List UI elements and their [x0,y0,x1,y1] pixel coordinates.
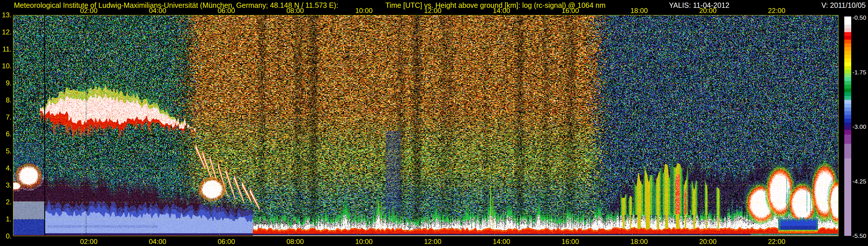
colorbar [844,17,851,236]
y-tick-label: 8. [0,96,11,104]
colorbar-block [844,77,851,81]
colorbar-block [844,58,851,62]
colorbar-block [844,126,851,130]
colorbar-block [844,119,851,122]
colorbar-block [844,144,851,158]
x-tick-label-bottom: 02:00 [80,238,97,245]
y-tick-label: 11. [0,45,11,53]
lidar-heatmap-canvas [13,15,838,236]
x-tick-label-bottom: 20:00 [699,238,717,245]
colorbar-block [844,17,851,25]
x-tick-label-bottom: 06:00 [218,238,235,245]
x-tick-label-top: 14:00 [493,7,510,14]
x-tick-label-top: 08:00 [286,7,304,14]
x-tick-label-bottom: 12:00 [424,238,441,245]
colorbar-block [844,158,851,236]
colorbar-block [844,100,851,103]
x-tick-label-bottom: 18:00 [630,238,648,245]
colorbar-block [844,55,851,58]
colorbar-tick-label: -0.50 [852,14,866,21]
colorbar-block [844,43,851,47]
x-tick-label-top: 12:00 [424,7,441,14]
colorbar-block [844,111,851,115]
y-tick-label: 5. [0,147,11,155]
colorbar-block [844,89,851,92]
colorbar-block [844,96,851,100]
colorbar-block [844,66,851,70]
colorbar-block [844,32,851,36]
y-tick-label: 1. [0,215,11,223]
lidar-quicklook-screen: Meteorological Institute of Ludwig-Maxim… [0,0,868,246]
colorbar-block [844,115,851,119]
colorbar-block [844,51,851,55]
y-tick-label: 3. [0,181,11,189]
y-tick-label: 13. [0,11,11,19]
y-tick-label: 0. [0,233,11,240]
y-tick-label: 4. [0,164,11,172]
colorbar-block [844,122,851,126]
colorbar-block [844,73,851,77]
y-tick-label: 9. [0,79,11,87]
x-tick-label-top: 10:00 [355,7,373,14]
x-tick-label-bottom: 22:00 [768,238,785,245]
x-tick-label-top: 04:00 [149,7,166,14]
colorbar-block [844,107,851,111]
colorbar-block [844,81,851,85]
x-tick-label-top: 22:00 [768,7,785,14]
colorbar-tick-label: -4.25 [852,178,866,185]
colorbar-block [844,70,851,73]
colorbar-block [844,47,851,51]
colorbar-block [844,25,851,28]
colorbar-block [844,85,851,89]
x-tick-label-bottom: 08:00 [286,238,304,245]
y-tick-label: 2. [0,198,11,206]
x-tick-label-top: 20:00 [699,7,717,14]
version-label: V: 2011/10/05 [822,1,866,9]
colorbar-tick-label: -5.50 [852,233,866,239]
x-tick-label-bottom: 10:00 [355,238,373,245]
x-tick-label-bottom: 16:00 [562,238,579,245]
x-tick-label-bottom: 14:00 [493,238,510,245]
x-tick-label-bottom: 04:00 [149,238,166,245]
y-tick-label: 10. [0,62,11,70]
x-tick-label-top: 06:00 [218,7,235,14]
colorbar-block [844,36,851,40]
colorbar-block [844,62,851,66]
colorbar-block [844,92,851,96]
colorbar-block [844,40,851,43]
x-tick-label-top: 16:00 [562,7,579,14]
colorbar-block [844,103,851,107]
y-tick-label: 6. [0,130,11,138]
y-tick-label: 12. [0,28,11,36]
x-tick-label-top: 18:00 [630,7,648,14]
x-tick-label-top: 02:00 [80,7,97,14]
colorbar-block [844,130,851,134]
y-tick-label: 7. [0,114,11,121]
colorbar-block [844,28,851,32]
colorbar-tick-label: -3.00 [852,123,866,130]
colorbar-block [844,134,851,144]
colorbar-tick-label: -1.75 [852,69,866,76]
